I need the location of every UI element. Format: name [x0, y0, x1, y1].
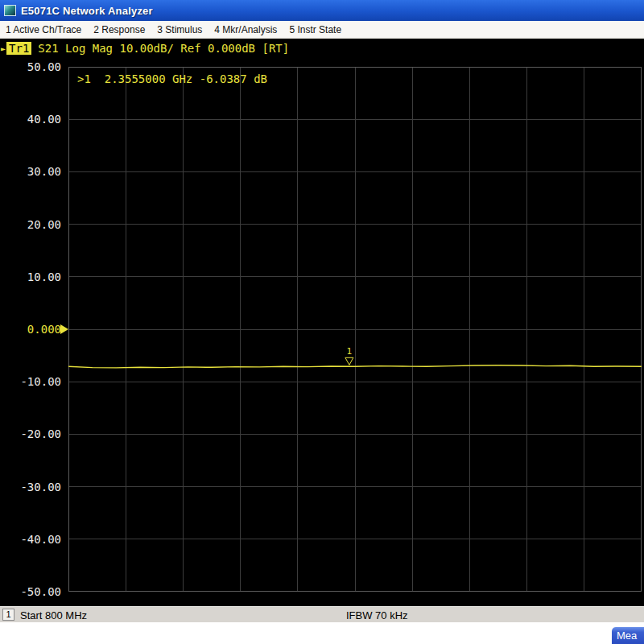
trace1-settings: S21 Log Mag 10.00dB/ Ref 0.000dB [RT]	[38, 42, 289, 55]
y-tick-label: 10.00	[0, 270, 61, 283]
analyzer-screen: ► Tr1 S21 Log Mag 10.00dB/ Ref 0.000dB […	[0, 39, 644, 606]
y-tick-label: -50.00	[0, 585, 61, 598]
marker-readout: >1 2.3555000 GHz -6.0387 dB	[77, 72, 267, 85]
grid-lines	[68, 67, 642, 592]
y-tick-label: 0.000	[0, 323, 61, 336]
active-trace-arrow-icon: ►	[1, 44, 6, 53]
y-tick-label: -20.00	[0, 427, 61, 440]
reference-level-arrow-icon	[60, 324, 68, 334]
marker1-number: 1	[347, 346, 353, 357]
menu-response[interactable]: 2 Response	[93, 24, 145, 35]
y-tick-label: -30.00	[0, 481, 61, 493]
trace1-label[interactable]: Tr1	[6, 42, 31, 55]
y-tick-label: 30.00	[0, 165, 61, 178]
y-tick-label: 50.00	[0, 60, 61, 73]
menu-mkr-analysis[interactable]: 4 Mkr/Analysis	[214, 24, 277, 35]
y-tick-label: -10.00	[0, 375, 61, 388]
y-tick-label: -40.00	[0, 533, 61, 546]
start-frequency-label: Start 800 MHz	[20, 609, 87, 621]
graticule: 1	[68, 67, 642, 592]
ifbw-label: IFBW 70 kHz	[346, 609, 408, 621]
window-title: E5071C Network Analyzer	[21, 5, 153, 17]
menubar: 1 Active Ch/Trace 2 Response 3 Stimulus …	[0, 21, 644, 39]
plot-area: 50.0040.0030.0020.0010.000.000-10.00-20.…	[0, 58, 644, 606]
status-bar: 1 Start 800 MHz IFBW 70 kHz	[0, 606, 644, 622]
y-tick-label: 20.00	[0, 218, 61, 231]
bottom-strip: Mea	[0, 622, 644, 644]
trace-status-bar: ► Tr1 S21 Log Mag 10.00dB/ Ref 0.000dB […	[0, 39, 289, 58]
marker1-symbol	[345, 357, 353, 365]
menu-stimulus[interactable]: 3 Stimulus	[157, 24, 202, 35]
menu-active-ch-trace[interactable]: 1 Active Ch/Trace	[6, 24, 81, 35]
app-icon	[4, 5, 16, 16]
network-analyzer-window: E5071C Network Analyzer 1 Active Ch/Trac…	[0, 0, 644, 644]
channel-indicator: 1	[2, 609, 14, 621]
y-tick-label: 40.00	[0, 113, 61, 126]
meas-button-partial[interactable]: Mea	[612, 627, 644, 644]
titlebar[interactable]: E5071C Network Analyzer	[0, 0, 644, 21]
menu-instr-state[interactable]: 5 Instr State	[289, 24, 341, 35]
